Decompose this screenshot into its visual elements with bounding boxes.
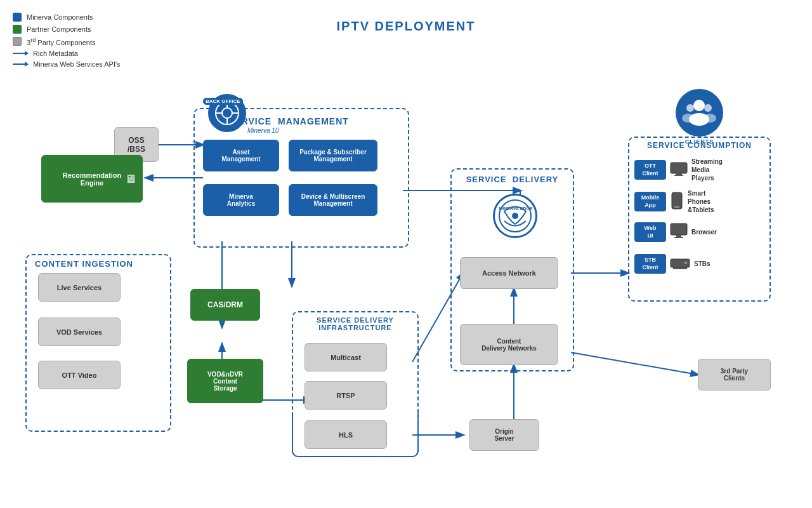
svg-point-24 <box>686 104 694 112</box>
main-title: IPTV DEPLOYMENT <box>337 19 476 34</box>
clients-section: CLIENTS <box>676 89 723 145</box>
svg-rect-28 <box>671 163 687 173</box>
legend-thirdparty-color <box>13 37 22 46</box>
legend-api-label: Minerva Web Services API's <box>33 60 121 68</box>
device-multiscreen-box: Device & Multiscreen Management <box>289 184 377 216</box>
stb-client-row: STBClient STBs <box>634 254 710 274</box>
vod-services-box: VOD Services <box>38 318 121 346</box>
svg-rect-35 <box>674 237 683 238</box>
phone-icon <box>670 192 684 212</box>
svg-point-22 <box>693 100 705 111</box>
package-subscriber-box: Package & Subscriber Management <box>289 140 377 171</box>
mobile-description: SmartPhones&Tablets <box>688 189 714 214</box>
stb-description: STBs <box>694 260 710 268</box>
svg-rect-37 <box>673 267 687 269</box>
service-management-subtitle: Minerva 10 <box>247 127 278 134</box>
analytics-box: Minerva Analytics <box>203 184 279 216</box>
ott-video-box: OTT Video <box>38 361 121 389</box>
back-office-label: BACK OFFICE <box>203 98 243 105</box>
cdn-box: Content Delivery Networks <box>460 324 558 365</box>
minerva-edge-label: MINERVA EDGE <box>494 206 538 211</box>
ott-icon <box>670 162 688 178</box>
sdi-title: SERVICE DELIVERYINFRASTRUCTURE <box>301 316 409 331</box>
legend-partner-label: Partner Components <box>27 25 91 33</box>
svg-line-10 <box>571 352 698 375</box>
web-ui-label: WebUI <box>634 222 666 242</box>
legend-partner-color <box>13 25 22 34</box>
svg-point-21 <box>512 213 518 219</box>
web-ui-row: WebUI Browser <box>634 222 717 242</box>
access-network-box: Access Network <box>460 257 558 289</box>
svg-point-27 <box>704 114 716 123</box>
stb-icon <box>670 256 690 272</box>
content-ingestion-title: CONTENT INGESTION <box>35 259 133 269</box>
ott-description: StreamingMediaPlayers <box>691 157 723 182</box>
svg-point-25 <box>704 104 712 112</box>
third-party-clients-box: 3rd Party Clients <box>698 359 771 391</box>
mobile-app-label: MobileApp <box>634 192 666 211</box>
clients-circle <box>676 89 723 137</box>
service-management-title: SERVICE MANAGEMENT <box>228 116 349 126</box>
svg-rect-32 <box>674 206 679 208</box>
ott-client-label: OTTClient <box>634 160 666 180</box>
monitor-icon <box>670 223 688 242</box>
origin-server-box: Origin Server <box>469 419 539 451</box>
service-consumption-title: SERVICE CONSUMPTION <box>631 141 768 150</box>
svg-rect-33 <box>671 224 687 235</box>
rtsp-box: RTSP <box>304 381 387 410</box>
asset-management-box: Asset Management <box>203 140 279 171</box>
legend-thirdparty-label: 3rd Party Components <box>27 37 95 46</box>
legend: Minerva Components Partner Components 3r… <box>13 13 121 71</box>
live-services-box: Live Services <box>38 273 121 302</box>
legend-minerva-color <box>13 13 22 22</box>
svg-point-38 <box>684 262 687 264</box>
legend-rich-metadata-arrow <box>13 53 28 54</box>
sdi-hls-extension <box>292 413 419 457</box>
legend-api-arrow <box>13 64 28 65</box>
svg-rect-29 <box>676 173 682 175</box>
multicast-box: Multicast <box>304 343 387 371</box>
minerva-edge-logo <box>493 194 537 238</box>
legend-rich-metadata-label: Rich Metadata <box>33 50 78 57</box>
web-description: Browser <box>691 228 717 236</box>
cas-drm-box: CAS/DRM <box>190 289 260 321</box>
svg-point-26 <box>682 114 695 123</box>
stb-client-label: STBClient <box>634 254 666 274</box>
svg-rect-30 <box>674 175 683 176</box>
svg-point-15 <box>222 108 232 118</box>
recommendation-engine-box: Recommendation Engine 🖥 <box>41 155 143 203</box>
vod-ndvr-box: VOD&nDVR Content Storage <box>187 359 263 403</box>
legend-minerva-label: Minerva Components <box>27 13 93 21</box>
ott-client-row: OTTClient StreamingMediaPlayers <box>634 157 723 182</box>
service-delivery-title: SERVICE DELIVERY <box>457 175 568 184</box>
svg-rect-34 <box>676 235 681 237</box>
mobile-app-row: MobileApp SmartPhones&Tablets <box>634 189 714 214</box>
